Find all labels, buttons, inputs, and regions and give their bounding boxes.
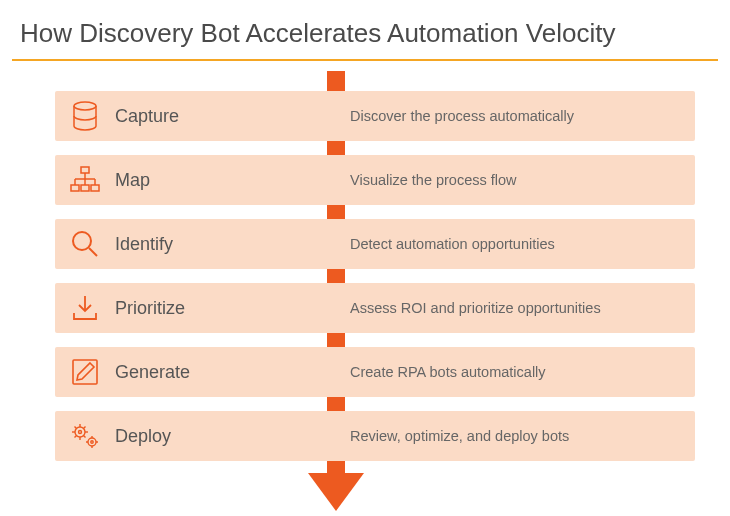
svg-point-0 — [74, 102, 96, 110]
step-label: Prioritize — [115, 298, 300, 319]
step-row-identify: Identify Detect automation opportunities — [55, 219, 695, 269]
step-desc: Review, optimize, and deploy bots — [300, 428, 569, 444]
step-desc: Assess ROI and prioritize opportunities — [300, 300, 601, 316]
svg-line-21 — [84, 436, 86, 438]
step-desc: Create RPA bots automatically — [300, 364, 546, 380]
svg-line-22 — [75, 436, 77, 438]
svg-point-15 — [79, 431, 82, 434]
step-desc: Detect automation opportunities — [300, 236, 555, 252]
magnifier-icon — [55, 219, 115, 269]
step-label: Map — [115, 170, 300, 191]
page-title: How Discovery Bot Accelerates Automation… — [0, 0, 730, 59]
svg-point-25 — [91, 441, 93, 443]
step-label: Deploy — [115, 426, 300, 447]
svg-line-20 — [75, 427, 77, 429]
step-desc: Visualize the process flow — [300, 172, 517, 188]
flowchart-icon — [55, 155, 115, 205]
pencil-icon — [55, 347, 115, 397]
step-row-generate: Generate Create RPA bots automatically — [55, 347, 695, 397]
step-label: Identify — [115, 234, 300, 255]
svg-rect-1 — [81, 167, 89, 173]
diagram-stage: Capture Discover the process automatical… — [0, 71, 730, 511]
step-label: Generate — [115, 362, 300, 383]
step-row-map: Map Visualize the process flow — [55, 155, 695, 205]
svg-point-10 — [73, 232, 91, 250]
title-underline — [12, 59, 718, 61]
download-icon — [55, 283, 115, 333]
svg-rect-8 — [81, 185, 89, 191]
svg-rect-9 — [91, 185, 99, 191]
step-row-prioritize: Prioritize Assess ROI and prioritize opp… — [55, 283, 695, 333]
svg-point-24 — [88, 438, 96, 446]
step-desc: Discover the process automatically — [300, 108, 574, 124]
svg-rect-7 — [71, 185, 79, 191]
flow-arrow-head — [308, 473, 364, 511]
gears-icon — [55, 411, 115, 461]
step-rows: Capture Discover the process automatical… — [55, 91, 695, 475]
step-row-deploy: Deploy Review, optimize, and deploy bots — [55, 411, 695, 461]
step-row-capture: Capture Discover the process automatical… — [55, 91, 695, 141]
database-icon — [55, 91, 115, 141]
svg-line-23 — [84, 427, 86, 429]
step-label: Capture — [115, 106, 300, 127]
svg-line-11 — [89, 248, 97, 256]
